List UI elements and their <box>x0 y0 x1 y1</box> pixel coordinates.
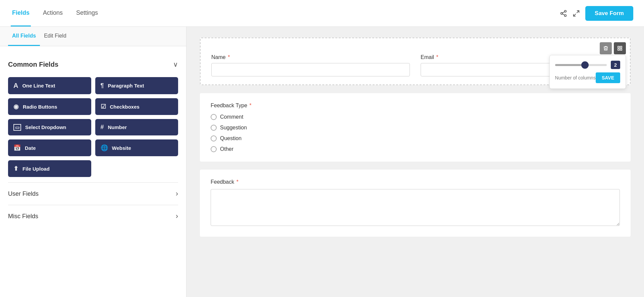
svg-line-4 <box>562 11 565 13</box>
select-dropdown-icon: ▭ <box>13 124 21 131</box>
feedback-type-radio-group: Comment Suggestion Question Other <box>211 114 620 152</box>
name-field: Name * <box>211 54 410 76</box>
svg-line-3 <box>562 14 565 15</box>
column-count-badge: 2 <box>611 61 620 69</box>
select-dropdown-btn[interactable]: ▭ Select Dropdown <box>8 119 91 135</box>
right-panel: 2 Number of columns SAVE Name * <box>186 27 644 297</box>
name-required-star: * <box>228 54 230 60</box>
svg-rect-10 <box>618 49 620 50</box>
misc-fields-chevron: › <box>176 212 178 221</box>
user-fields-chevron: › <box>176 189 178 198</box>
tab-edit-field[interactable]: Edit Field <box>40 27 70 46</box>
date-icon: 📅 <box>13 144 21 152</box>
radio-buttons-icon: ◉ <box>13 103 19 110</box>
radio-circle-comment <box>211 114 217 120</box>
main-layout: All Fields Edit Field Common Fields ∨ A … <box>0 27 644 297</box>
svg-rect-9 <box>620 49 622 50</box>
common-fields-chevron: ∨ <box>173 60 178 68</box>
expand-icon <box>573 10 580 17</box>
radio-question[interactable]: Question <box>211 135 620 141</box>
columns-slider-thumb[interactable] <box>581 61 589 69</box>
name-label: Name * <box>211 54 410 60</box>
radio-circle-question <box>211 135 217 141</box>
tab-actions[interactable]: Actions <box>42 0 64 26</box>
radio-circle-suggestion <box>211 125 217 131</box>
top-navigation: Fields Actions Settings Save Form <box>0 0 644 27</box>
radio-suggestion[interactable]: Suggestion <box>211 125 620 131</box>
radio-comment[interactable]: Comment <box>211 114 620 120</box>
paragraph-text-btn[interactable]: ¶ Paragraph Text <box>95 77 178 94</box>
number-btn[interactable]: # Number <box>95 119 178 135</box>
svg-rect-8 <box>620 46 622 48</box>
grid-icon <box>617 46 623 51</box>
trash-icon <box>603 46 608 51</box>
card-toolbar <box>600 42 626 54</box>
columns-label: Number of columns <box>555 75 596 80</box>
popup-save-button[interactable]: SAVE <box>596 72 620 83</box>
tab-fields[interactable]: Fields <box>11 0 31 26</box>
common-fields-title: Common Fields <box>8 61 58 68</box>
feedback-label: Feedback * <box>211 179 620 185</box>
share-button[interactable] <box>560 10 567 17</box>
columns-slider-container <box>555 64 607 66</box>
misc-fields-section[interactable]: Misc Fields › <box>8 205 178 227</box>
file-upload-icon: ⬆ <box>13 165 18 172</box>
svg-line-5 <box>577 10 579 12</box>
radio-other[interactable]: Other <box>211 146 620 152</box>
paragraph-text-icon: ¶ <box>101 82 104 89</box>
feedback-required-star: * <box>236 179 238 185</box>
save-form-button[interactable]: Save Form <box>585 6 633 21</box>
misc-fields-title: Misc Fields <box>8 213 38 220</box>
file-upload-btn[interactable]: ⬆ File Upload <box>8 160 91 177</box>
user-fields-title: User Fields <box>8 190 39 197</box>
column-count-popup: 2 Number of columns SAVE <box>549 55 626 89</box>
radio-buttons-btn[interactable]: ◉ Radio Buttons <box>8 98 91 115</box>
popup-footer: Number of columns SAVE <box>555 72 620 83</box>
share-icon <box>560 10 567 17</box>
delete-card-button[interactable] <box>600 42 612 54</box>
name-input[interactable] <box>211 63 410 76</box>
checkboxes-icon: ☑ <box>101 103 106 110</box>
checkboxes-btn[interactable]: ☑ Checkboxes <box>95 98 178 115</box>
left-tab-list: All Fields Edit Field <box>0 27 186 46</box>
grid-layout-button[interactable] <box>614 42 626 54</box>
svg-line-6 <box>574 14 576 16</box>
feedback-type-required-star: * <box>250 103 252 108</box>
expand-button[interactable] <box>573 10 580 17</box>
common-fields-grid: A One Line Text ¶ Paragraph Text ◉ Radio… <box>8 77 178 177</box>
user-fields-section[interactable]: User Fields › <box>8 182 178 205</box>
date-btn[interactable]: 📅 Date <box>8 139 91 156</box>
nav-tab-list: Fields Actions Settings <box>11 0 99 26</box>
feedback-textarea-card: Feedback * <box>200 170 631 237</box>
tab-settings[interactable]: Settings <box>75 0 99 26</box>
one-line-text-btn[interactable]: A One Line Text <box>8 77 91 94</box>
columns-slider-track[interactable] <box>555 64 607 66</box>
radio-circle-other <box>211 146 217 152</box>
number-icon: # <box>101 124 104 131</box>
nav-actions-group: Save Form <box>560 6 633 21</box>
tab-all-fields[interactable]: All Fields <box>8 27 40 46</box>
one-line-text-icon: A <box>13 82 18 90</box>
website-btn[interactable]: 🌐 Website <box>95 139 178 156</box>
fields-content: Common Fields ∨ A One Line Text ¶ Paragr… <box>0 46 186 235</box>
svg-rect-7 <box>618 46 620 48</box>
email-required-star: * <box>436 54 438 60</box>
name-email-card: 2 Number of columns SAVE Name * <box>200 38 631 85</box>
feedback-type-card: Feedback Type * Comment Suggestion Quest… <box>200 93 631 162</box>
left-panel: All Fields Edit Field Common Fields ∨ A … <box>0 27 186 297</box>
feedback-textarea[interactable] <box>211 189 620 226</box>
website-icon: 🌐 <box>101 144 108 152</box>
feedback-type-label: Feedback Type * <box>211 103 620 109</box>
common-fields-section-header[interactable]: Common Fields ∨ <box>8 54 178 74</box>
